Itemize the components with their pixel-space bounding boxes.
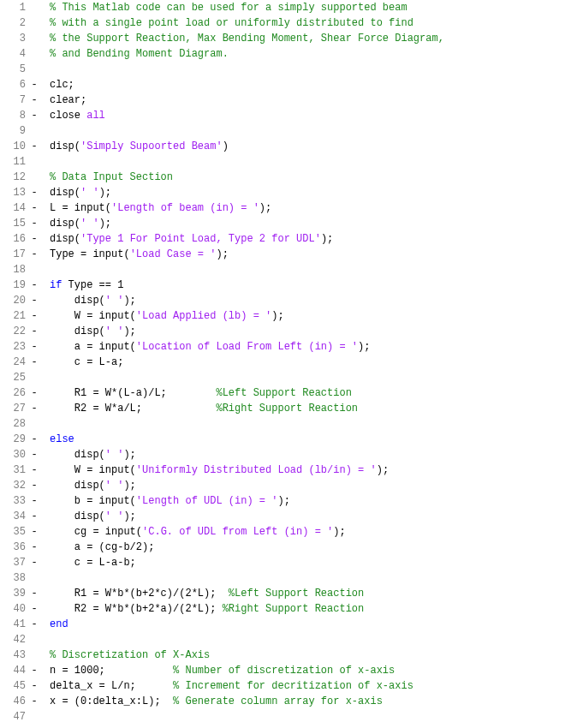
token-plain: n = 1000;: [50, 665, 173, 677]
line-number: 22: [0, 324, 29, 339]
line-number: 26: [0, 385, 29, 401]
token-plain: disp(: [50, 187, 80, 199]
line-marker: -: [29, 601, 39, 617]
line-number: 30: [0, 447, 29, 462]
token-string: 'Simply Supoorted Beam': [80, 140, 223, 152]
code-line: 22- disp(' ');: [0, 324, 565, 339]
token-plain: );: [277, 495, 289, 507]
code-line: 33- b = input('Length of UDL (in) = ');: [0, 493, 565, 509]
line-marker: -: [29, 277, 39, 293]
code-line: 14-L = input('Length of beam (in) = ');: [0, 200, 565, 216]
token-plain: x = (0:delta_x:L);: [50, 695, 173, 707]
line-marker: -: [29, 139, 39, 154]
code-content: b = input('Length of UDL (in) = ');: [39, 493, 290, 509]
token-plain: );: [358, 341, 370, 353]
token-plain: Type == 1: [62, 279, 123, 291]
token-string: ' ': [105, 449, 124, 461]
code-line: 19-if Type == 1: [0, 277, 565, 293]
line-number: 4: [0, 46, 29, 62]
token-plain: R2 = W*a/L;: [50, 403, 216, 415]
line-marker: -: [29, 617, 39, 632]
line-number: 29: [0, 432, 29, 447]
token-plain: disp(: [50, 218, 80, 230]
code-content: R2 = W*a/L; %Right Support Reaction: [39, 401, 358, 416]
line-marker: -: [29, 293, 39, 308]
line-number: 38: [0, 570, 29, 586]
line-number: 13: [0, 185, 29, 200]
line-marker: -: [29, 478, 39, 493]
line-number: 41: [0, 617, 29, 632]
line-marker: -: [29, 355, 39, 370]
code-line: 40- R2 = W*b*(b+2*a)/(2*L); %Right Suppo…: [0, 601, 565, 617]
code-line: 20- disp(' ');: [0, 293, 565, 308]
token-plain: );: [321, 233, 333, 245]
code-line: 18: [0, 262, 565, 277]
line-number: 17: [0, 247, 29, 262]
line-marker: -: [29, 663, 39, 678]
code-line: 8-close all: [0, 108, 565, 123]
token-plain: );: [99, 218, 111, 230]
token-plain: cg = input(: [50, 526, 142, 538]
token-plain: );: [99, 187, 111, 199]
token-keyword: if: [50, 279, 62, 291]
code-content: % the Support Reaction, Max Bending Mome…: [39, 31, 444, 46]
code-line: 25: [0, 370, 565, 385]
line-marker: -: [29, 694, 39, 709]
code-content: % This Matlab code can be used for a sim…: [39, 0, 407, 15]
code-content: disp(' ');: [39, 324, 136, 339]
token-plain: );: [333, 526, 345, 538]
line-number: 14: [0, 200, 29, 216]
line-marker: -: [29, 108, 39, 123]
token-plain: ): [223, 140, 229, 152]
token-plain: );: [123, 449, 135, 461]
line-number: 1: [0, 0, 29, 15]
code-content: R2 = W*b*(b+2*a)/(2*L); %Right Support R…: [39, 601, 364, 617]
code-line: 2% with a single point load or uniformly…: [0, 15, 565, 31]
code-line: 38: [0, 570, 565, 586]
token-comment: % Number of discretization of x-axis: [173, 665, 395, 677]
token-plain: clc;: [50, 79, 74, 91]
code-content: cg = input('C.G. of UDL from Left (in) =…: [39, 524, 346, 540]
token-string: 'Uniformly Distributed Load (lb/in) = ': [136, 464, 377, 476]
code-line: 16-disp('Type 1 For Point Load, Type 2 f…: [0, 231, 565, 247]
token-comment: % Data Input Section: [50, 171, 173, 183]
token-string: ' ': [80, 218, 99, 230]
token-comment: % the Support Reaction, Max Bending Mome…: [50, 33, 444, 45]
code-content: L = input('Length of beam (in) = ');: [39, 200, 271, 216]
line-number: 21: [0, 308, 29, 324]
code-line: 15-disp(' ');: [0, 216, 565, 231]
token-plain: delta_x = L/n;: [50, 680, 173, 692]
code-line: 42: [0, 632, 565, 647]
code-content: a = input('Location of Load From Left (i…: [39, 339, 370, 355]
token-plain: a = (cg-b/2);: [50, 541, 154, 553]
token-comment: %Left Support Reaction: [216, 387, 351, 399]
line-marker: -: [29, 200, 39, 216]
token-string: 'Length of beam (in) = ': [111, 202, 259, 214]
line-number: 37: [0, 555, 29, 570]
token-comment: % This Matlab code can be used for a sim…: [50, 2, 407, 14]
line-number: 20: [0, 293, 29, 308]
code-content: a = (cg-b/2);: [39, 540, 154, 555]
token-plain: W = input(: [50, 464, 136, 476]
token-comment: % Discretization of X-Axis: [50, 649, 210, 661]
line-marker: -: [29, 586, 39, 601]
token-plain: R2 = W*b*(b+2*a)/(2*L);: [50, 603, 223, 615]
code-content: disp(' ');: [39, 447, 136, 462]
code-line: 1% This Matlab code can be used for a si…: [0, 0, 565, 15]
token-plain: clear;: [50, 94, 86, 106]
code-content: W = input('Uniformly Distributed Load (l…: [39, 462, 389, 478]
line-marker: -: [29, 339, 39, 355]
token-comment: % Generate column array for x-axis: [173, 695, 383, 707]
token-plain: );: [123, 325, 135, 337]
line-number: 2: [0, 15, 29, 31]
code-line: 23- a = input('Location of Load From Lef…: [0, 339, 565, 355]
code-line: 44-n = 1000; % Number of discretization …: [0, 663, 565, 678]
token-plain: );: [123, 480, 135, 492]
code-content: clear;: [39, 92, 86, 108]
code-line: 32- disp(' ');: [0, 478, 565, 493]
token-comment: %Right Support Reaction: [216, 403, 358, 415]
line-number: 27: [0, 401, 29, 416]
token-plain: );: [377, 464, 389, 476]
line-number: 36: [0, 540, 29, 555]
line-number: 40: [0, 601, 29, 617]
